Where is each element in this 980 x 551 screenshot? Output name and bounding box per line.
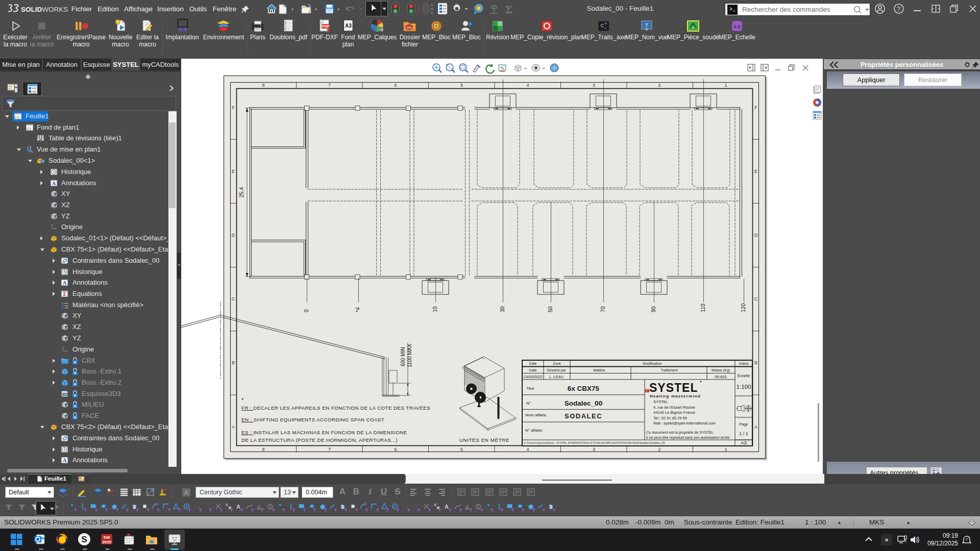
svg-text:5: 5 — [460, 83, 463, 88]
svg-text:90: 90 — [650, 306, 656, 312]
svg-text:SODALEC: SODALEC — [565, 412, 602, 420]
svg-text:8: 8 — [262, 83, 264, 88]
svg-text:0: 0 — [303, 309, 309, 312]
svg-text:6: 6 — [394, 83, 397, 88]
svg-text:6x CBX75: 6x CBX75 — [568, 385, 600, 392]
svg-text:SYSTEL: SYSTEL — [649, 381, 698, 394]
svg-text:8: 8 — [262, 447, 264, 452]
svg-text:C:\Users\l.leau\OneDrive - SYS: C:\Users\l.leau\OneDrive - SYSTEL INTERN… — [524, 441, 665, 444]
svg-text:1 / 1: 1 / 1 — [739, 431, 748, 436]
svg-text:1100 MAX: 1100 MAX — [407, 344, 412, 367]
svg-text:Zone: Zone — [553, 362, 561, 365]
svg-text:50: 50 — [547, 306, 553, 312]
svg-text:A3: A3 — [345, 23, 352, 29]
svg-text:1: 1 — [724, 83, 727, 88]
svg-text:10: 10 — [432, 306, 438, 312]
svg-text:A3: A3 — [741, 440, 747, 445]
svg-text:Matière: Matière — [593, 368, 605, 372]
svg-text:?: ? — [897, 5, 900, 13]
svg-text:A: A — [232, 424, 235, 430]
svg-text:SOLIDWORKS: SOLIDWORKS — [21, 6, 68, 13]
svg-text:Dessiné par: Dessiné par — [547, 368, 566, 372]
svg-text:D: D — [754, 233, 758, 238]
svg-text:B: B — [232, 360, 235, 365]
svg-text:FR : DÉCALER LES APPAREILS EN: FR : DÉCALER LES APPAREILS EN FONCTION D… — [241, 405, 430, 411]
svg-text:Date: Date — [529, 362, 537, 365]
svg-text:Date: Date — [529, 368, 537, 372]
svg-text:B: B — [754, 360, 757, 365]
svg-text:E: E — [232, 169, 235, 174]
svg-text:3: 3 — [593, 83, 595, 88]
svg-text:110: 110 — [700, 304, 706, 312]
svg-text:C: C — [601, 23, 604, 28]
svg-text:EN : SHIFTING EQUIPMENTS ACCOR: EN : SHIFTING EQUIPMENTS ACCORDING SPAN … — [241, 417, 384, 422]
svg-text:V: V — [645, 22, 648, 27]
svg-text:N° affaire: N° affaire — [525, 428, 543, 433]
svg-text:E: E — [754, 169, 757, 174]
svg-text:2: 2 — [658, 447, 660, 452]
svg-text:C: C — [232, 296, 235, 302]
svg-text:Traitement: Traitement — [660, 368, 677, 372]
svg-text:7: 7 — [328, 447, 331, 452]
svg-text:Titre: Titre — [526, 386, 534, 391]
svg-text:F: F — [232, 105, 235, 110]
svg-text:z: z — [966, 537, 968, 541]
svg-text:C: C — [754, 296, 758, 302]
svg-text:SW: SW — [104, 535, 110, 540]
svg-text:59,633: 59,633 — [715, 374, 727, 379]
svg-text:1:1: 1:1 — [733, 24, 740, 29]
svg-text:SW: SW — [407, 26, 412, 29]
svg-text:3: 3 — [593, 447, 595, 452]
svg-text:2: 2 — [658, 83, 660, 88]
svg-text:il ne peut être reproduit sans: il ne peut être reproduit sans son autor… — [646, 435, 729, 440]
svg-text:30: 30 — [499, 306, 505, 312]
svg-text:Tel : 02 51 85 25 55: Tel : 02 51 85 25 55 — [653, 416, 687, 420]
svg-text:2025: 2025 — [102, 540, 111, 544]
svg-text:7: 7 — [328, 83, 331, 88]
svg-text:N°: N° — [526, 401, 531, 406]
svg-text:120: 120 — [740, 303, 746, 312]
svg-text:DE LA ESTRUCTURA (POSTE DE HOR: DE LA ESTRUCTURA (POSTE DE HORMIGON, APE… — [241, 437, 398, 443]
svg-text:1:100: 1:100 — [737, 384, 751, 390]
svg-text:Heating mastermind: Heating mastermind — [650, 394, 701, 398]
svg-text:4, rue de l'Essart Rocher: 4, rue de l'Essart Rocher — [653, 405, 696, 410]
svg-text:Indice: Indice — [739, 362, 749, 365]
svg-text:Ce document est la propriété d: Ce document est la propriété de SYSTEL, — [646, 430, 715, 435]
svg-text:Sodalec_00: Sodalec_00 — [565, 399, 602, 407]
svg-text:D: D — [232, 233, 235, 238]
svg-text:A: A — [184, 489, 189, 496]
svg-text:6: 6 — [394, 447, 397, 452]
svg-text:Nom affaire: Nom affaire — [525, 413, 547, 417]
svg-text:Page: Page — [739, 422, 748, 427]
svg-text:*4: *4 — [355, 307, 361, 312]
svg-text:70: 70 — [600, 306, 606, 312]
svg-text:Échelle: Échelle — [738, 373, 750, 378]
svg-text:A: A — [754, 424, 757, 430]
svg-text:L. LEAU: L. LEAU — [549, 374, 564, 379]
svg-text:o: o — [604, 26, 607, 30]
svg-text:1: 1 — [724, 447, 727, 452]
svg-text:Σ: Σ — [505, 3, 512, 16]
svg-text:S: S — [81, 535, 87, 544]
svg-text:ES : INSTALAR LAS MÁCHINAS EN: ES : INSTALAR LAS MÁCHINAS EN FUNCION DE… — [241, 430, 407, 435]
svg-text:Modification: Modification — [643, 362, 662, 365]
svg-text:4: 4 — [526, 447, 529, 452]
svg-text:25,4: 25,4 — [238, 187, 244, 198]
svg-text:UNITÉS EN MÈTRE: UNITÉS EN MÈTRE — [459, 437, 509, 443]
svg-text:23/03/2022: 23/03/2022 — [523, 374, 543, 379]
svg-text:F: F — [754, 105, 757, 110]
svg-text:Masse (Kg): Masse (Kg) — [712, 368, 730, 372]
svg-text:PDF: PDF — [322, 24, 330, 28]
svg-text:4: 4 — [526, 83, 529, 88]
svg-text:!: ! — [417, 6, 420, 15]
svg-text:44140 Le Bignon France: 44140 Le Bignon France — [653, 410, 695, 415]
svg-text:SYSTEL: SYSTEL — [653, 399, 668, 404]
svg-text:*: * — [241, 397, 244, 403]
svg-text:Mail : systel@sytel-internatio: Mail : systel@sytel-international.com — [653, 421, 716, 425]
svg-text:600 MIN: 600 MIN — [400, 347, 406, 366]
svg-text:5: 5 — [460, 447, 463, 452]
